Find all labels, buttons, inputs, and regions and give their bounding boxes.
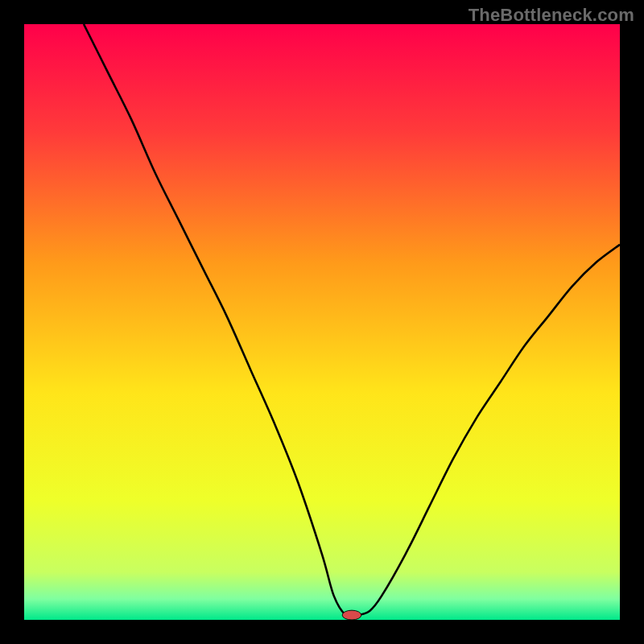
plot-background: [24, 24, 620, 620]
bottleneck-chart: [24, 24, 620, 620]
optimum-marker: [342, 610, 361, 620]
chart-frame: TheBottleneck.com: [0, 0, 644, 644]
watermark-text: TheBottleneck.com: [469, 5, 634, 26]
